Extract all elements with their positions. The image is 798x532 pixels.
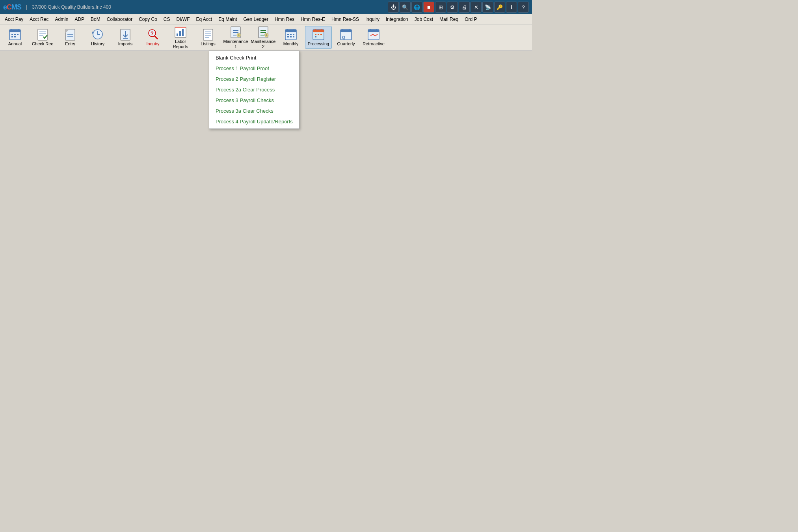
toolbar-quarterly[interactable]: Q Quarterly [333,26,359,49]
dropdown-process2[interactable]: Process 2 Payroll Register [209,74,299,84]
stop-btn[interactable]: ■ [423,2,434,13]
toolbar-monthly[interactable]: Monthly [277,26,304,49]
info-btn[interactable]: ℹ [506,2,517,13]
menu-integration[interactable]: Integration [383,16,411,23]
svg-rect-49 [285,30,296,32]
web-btn[interactable]: 🌐 [411,2,422,13]
menu-ord-p[interactable]: Ord P [461,16,480,23]
signal-btn[interactable]: 📡 [482,2,493,13]
menu-acct-pay[interactable]: Acct Pay [2,16,26,23]
toolbar-maintenance2[interactable]: Maintenance 2 [250,26,277,49]
svg-rect-8 [14,36,16,37]
inquiry-label: Inquiry [146,41,159,47]
svg-rect-67 [340,30,352,32]
toolbar-check-rec[interactable]: Check Rec [29,26,56,49]
print-btn[interactable]: 🖨 [459,2,470,13]
help-btn[interactable]: ? [518,2,529,13]
maintenance2-icon [257,26,270,38]
gear-btn[interactable]: ⚙ [447,2,458,13]
menu-job-cost[interactable]: Job Cost [411,16,436,23]
menu-diwf[interactable]: DI/WF [173,16,193,23]
dropdown-process3a[interactable]: Process 3a Clear Checks [209,106,299,116]
annual-icon [9,28,21,41]
toolbar-retroactive[interactable]: Retroactive [360,26,387,49]
grid-btn[interactable]: ⊞ [435,2,446,13]
toolbar-maintenance1[interactable]: Maintenance 1 [222,26,249,49]
menu-bom[interactable]: BoM [87,16,104,23]
svg-rect-1 [9,30,20,32]
dropdown-process1[interactable]: Process 1 Payroll Proof [209,63,299,74]
menu-admin[interactable]: Admin [52,16,71,23]
check-rec-icon [36,28,49,41]
svg-rect-52 [287,34,289,35]
dropdown-process4[interactable]: Process 4 Payroll Update/Reports [209,116,299,127]
toolbar-entry[interactable]: Entry [57,26,84,49]
toolbar: Annual Check Rec Entry History Imports ?… [0,24,532,51]
history-label: History [91,41,104,47]
menu-eq-acct[interactable]: Eq Acct [193,16,216,23]
entry-icon [64,28,76,41]
retroactive-icon [367,28,380,41]
svg-rect-65 [315,36,316,37]
toolbar-annual[interactable]: Annual [2,26,28,49]
processing-dropdown: Blank Check Print Process 1 Payroll Proo… [209,50,299,129]
inquiry-icon: ? [147,28,159,41]
processing-icon [312,28,325,41]
power-btn[interactable]: ⏻ [388,2,399,13]
svg-rect-4 [11,34,13,35]
monthly-label: Monthly [283,41,299,47]
toolbar-inquiry[interactable]: ? Inquiry [140,26,166,49]
svg-rect-6 [17,34,19,35]
retroactive-label: Retroactive [363,41,385,47]
key-btn[interactable]: 🔑 [494,2,505,13]
menu-copy-co[interactable]: Copy Co [136,16,160,23]
labor-reports-label: Labor Reports [168,39,193,49]
dropdown-blank-check[interactable]: Blank Check Print [209,52,299,63]
maintenance2-label: Maintenance 2 [251,39,276,49]
svg-rect-64 [320,34,322,35]
svg-text:Q: Q [342,35,345,40]
search-btn[interactable]: 🔍 [400,2,411,13]
svg-rect-59 [313,30,324,32]
toolbar-processing[interactable]: Processing [305,26,332,49]
svg-rect-62 [315,34,316,35]
menu-hmn-res[interactable]: Hmn Res [272,16,298,23]
imports-label: Imports [118,41,133,47]
title-info: 37/000 Quick Quality Builders,Inc 400 [32,4,111,10]
menu-matl-req[interactable]: Matl Req [436,16,461,23]
entry-label: Entry [65,41,75,47]
title-divider: | [26,4,27,10]
toolbar-history[interactable]: History [84,26,111,49]
menu-eq-maint[interactable]: Eq Maint [215,16,240,23]
menu-adp[interactable]: ADP [71,16,87,23]
close-btn[interactable]: ✕ [471,2,482,13]
svg-rect-53 [290,34,292,35]
quarterly-label: Quarterly [337,41,355,47]
menu-collaborator[interactable]: Collaborator [104,16,136,23]
svg-rect-9 [38,29,47,40]
menu-hmn-res-e[interactable]: Hmn Res-E [298,16,328,23]
dropdown-process2a[interactable]: Process 2a Clear Process [209,84,299,95]
menu-inquiry[interactable]: Inquiry [362,16,383,23]
toolbar-listings[interactable]: Listings [195,26,221,49]
menu-acct-rec[interactable]: Acct Rec [26,16,52,23]
svg-rect-55 [287,36,289,37]
svg-rect-63 [318,34,319,35]
svg-line-22 [154,36,158,39]
svg-rect-72 [368,30,379,32]
svg-rect-29 [203,29,213,40]
svg-rect-7 [11,36,13,37]
menu-hmn-res-ss[interactable]: Hmn Res-SS [328,16,362,23]
toolbar-imports[interactable]: Imports [112,26,139,49]
menu-cs[interactable]: CS [160,16,173,23]
toolbar-labor-reports[interactable]: Labor Reports [167,26,194,49]
listings-label: Listings [201,41,215,47]
svg-rect-25 [177,33,178,36]
svg-text:?: ? [151,30,154,36]
svg-rect-57 [293,36,294,37]
menu-gen-ledger[interactable]: Gen Ledger [240,16,272,23]
listings-icon [202,28,214,41]
dropdown-process3[interactable]: Process 3 Payroll Checks [209,95,299,106]
processing-label: Processing [308,41,329,47]
svg-rect-56 [290,36,292,37]
